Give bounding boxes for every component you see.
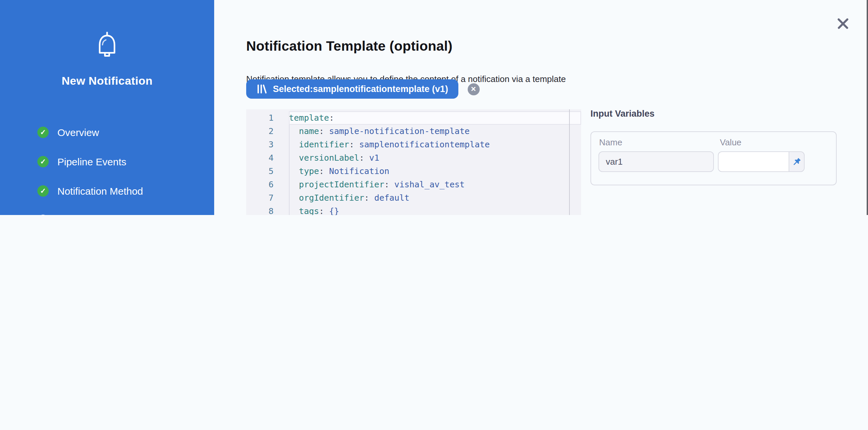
sidebar-step-notification-method[interactable]: ✓Notification Method — [37, 184, 170, 197]
yaml-editor[interactable]: 1template:2name: sample-notification-tem… — [246, 109, 581, 215]
step-label: Pipeline Events — [57, 156, 126, 167]
editor-line: 4versionLabel: v1 — [246, 151, 570, 165]
sidebar-step-pipeline-events[interactable]: ✓Pipeline Events — [37, 155, 170, 168]
line-number: 1 — [246, 111, 274, 125]
line-content: identifier: samplenotificationtemplate — [274, 138, 570, 151]
wizard-title: New Notification — [0, 75, 214, 88]
step-check-icon: ✓ — [37, 156, 49, 167]
line-content: orgIdentifier: default — [274, 191, 570, 205]
remove-template-icon[interactable]: ✕ — [467, 83, 479, 95]
line-number: 5 — [246, 165, 274, 178]
close-icon[interactable] — [837, 17, 849, 30]
variable-name-input[interactable] — [598, 151, 714, 172]
line-number: 6 — [246, 178, 274, 191]
variable-value-input[interactable] — [718, 151, 788, 172]
selected-template-row: Selected:samplenotificationtemplate (v1)… — [246, 79, 479, 99]
selected-template-chip[interactable]: Selected:samplenotificationtemplate (v1) — [246, 79, 458, 99]
template-icon — [256, 83, 268, 95]
editor-line: 6projectIdentifier: vishal_av_test — [246, 178, 570, 191]
step-label: Notification Method — [57, 185, 143, 196]
wizard-sidebar: New Notification ✓Overview✓Pipeline Even… — [0, 0, 214, 215]
line-content: projectIdentifier: vishal_av_test — [274, 178, 570, 191]
new-notification-wizard: New Notification ✓Overview✓Pipeline Even… — [0, 0, 868, 215]
selected-template-label: Selected:samplenotificationtemplate (v1) — [273, 84, 448, 94]
pin-button[interactable] — [788, 151, 805, 172]
editor-line: 8tags: {} — [246, 205, 570, 215]
editor-lines: 1template:2name: sample-notification-tem… — [246, 111, 570, 215]
step-check-icon: ✓ — [37, 185, 49, 196]
bell-icon — [92, 31, 122, 63]
line-content: name: sample-notification-template — [274, 125, 570, 138]
page-title: Notification Template (optional) — [246, 38, 452, 54]
line-content: type: Notification — [274, 165, 570, 178]
editor-line: 5type: Notification — [246, 165, 570, 178]
pushpin-icon — [791, 156, 802, 167]
editor-line: 2name: sample-notification-template — [246, 125, 570, 138]
line-content: tags: {} — [274, 205, 570, 215]
input-variables-heading: Input Variables — [590, 109, 654, 119]
line-number: 2 — [246, 125, 274, 138]
step-label: Overview — [57, 126, 99, 138]
step-number-badge: 4 — [37, 214, 49, 215]
line-number: 3 — [246, 138, 274, 151]
line-content: template: — [274, 111, 570, 125]
editor-line: 3identifier: samplenotificationtemplate — [246, 138, 570, 151]
sidebar-step-template: 4Template — [37, 213, 170, 215]
window-right-edge — [867, 0, 868, 215]
value-column-label: Value — [720, 137, 742, 147]
step-label: Template — [57, 214, 101, 215]
sidebar-step-overview[interactable]: ✓Overview — [37, 125, 170, 139]
line-number: 7 — [246, 191, 274, 205]
step-check-icon: ✓ — [37, 126, 49, 138]
editor-line: 7orgIdentifier: default — [246, 191, 570, 205]
line-number: 8 — [246, 205, 274, 215]
line-number: 4 — [246, 151, 274, 165]
variable-value-group — [718, 151, 805, 172]
editor-line: 1template: — [246, 111, 570, 125]
name-column-label: Name — [599, 137, 622, 147]
editor-scrollbar[interactable] — [569, 109, 581, 215]
line-content: versionLabel: v1 — [274, 151, 570, 165]
wizard-steps: ✓Overview✓Pipeline Events✓Notification M… — [37, 125, 170, 215]
